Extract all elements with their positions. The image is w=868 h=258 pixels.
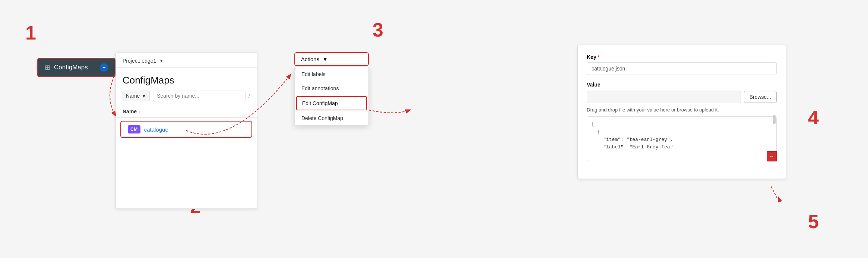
step-5-label: 5 [808, 210, 819, 233]
drag-drop-hint: Drag and drop file with your value here … [587, 107, 777, 113]
value-input-row: Browse... [587, 91, 777, 103]
sidebar-badge: − [100, 63, 108, 72]
actions-label: Actions [301, 56, 319, 62]
configmaps-grid-icon: ⊞ [45, 63, 50, 72]
badge-icon: − [102, 64, 105, 70]
actions-button[interactable]: Actions ▼ [294, 52, 369, 66]
panel-header: Project: edge1 ▼ [116, 53, 257, 68]
browse-button[interactable]: Browse... [744, 91, 777, 103]
value-input[interactable] [587, 91, 741, 103]
actions-panel: Actions ▼ Edit labels Edit annotations E… [294, 52, 369, 126]
name-filter[interactable]: Name ▼ [123, 91, 150, 101]
sidebar-item-label: ConfigMaps [54, 64, 100, 71]
search-row: Name ▼ / [116, 91, 257, 106]
key-input[interactable] [587, 62, 777, 75]
edit-annotations-item[interactable]: Edit annotations [295, 81, 368, 95]
configmaps-title: ConfigMaps [116, 68, 257, 91]
step-3-label: 3 [373, 19, 383, 41]
project-dropdown-arrow[interactable]: ▼ [159, 58, 164, 63]
table-header: Name ↕ [116, 106, 257, 118]
name-filter-label: Name [126, 93, 140, 99]
code-line-1: [ [592, 120, 772, 128]
edit-configmap-form: Key * Value Browse... Drag and drop file… [577, 45, 786, 179]
filter-arrow[interactable]: ▼ [141, 93, 146, 99]
delete-configmap-item[interactable]: Delete ConfigMap [295, 111, 368, 125]
code-line-3: "item": "tea-earl-grey", [592, 136, 772, 144]
sort-icon: ↕ [138, 109, 140, 114]
step-4-label: 4 [808, 106, 819, 129]
catalogue-row[interactable]: CM catalogue [120, 121, 252, 138]
value-label: Value [587, 82, 777, 88]
row-name[interactable]: catalogue [144, 126, 168, 133]
code-editor[interactable]: [ { "item": "tea-earl-grey", "label": "E… [587, 116, 777, 161]
edit-pencil-icon: ✏ [770, 152, 773, 160]
edit-configmap-item[interactable]: Edit ConfigMap [296, 96, 367, 110]
cm-badge: CM [128, 125, 140, 133]
project-label: Project: edge1 [123, 58, 156, 64]
actions-dropdown: Edit labels Edit annotations Edit Config… [294, 67, 369, 126]
configmaps-panel: Project: edge1 ▼ ConfigMaps Name ▼ / Nam… [115, 52, 257, 209]
sidebar-configmaps-item[interactable]: ⊞ ConfigMaps − [37, 58, 115, 77]
key-label: Key * [587, 54, 777, 60]
step-1-label: 1 [25, 22, 36, 44]
actions-dropdown-arrow: ▼ [322, 56, 328, 62]
sidebar-panel: ⊞ ConfigMaps − [37, 58, 115, 77]
name-column-header: Name ↕ [123, 108, 140, 114]
edit-icon-button[interactable]: ✏ [767, 151, 777, 161]
scrollbar[interactable] [773, 115, 776, 124]
edit-labels-item[interactable]: Edit labels [295, 67, 368, 81]
search-slash: / [248, 93, 250, 99]
code-line-4: "label": "Earl Grey Tea" [592, 144, 772, 151]
required-star: * [598, 54, 600, 60]
code-line-2: { [592, 128, 772, 136]
search-input[interactable] [153, 91, 245, 101]
main-container: 1 2 3 4 5 ⊞ ConfigMaps − Project: edge1 … [0, 0, 868, 258]
